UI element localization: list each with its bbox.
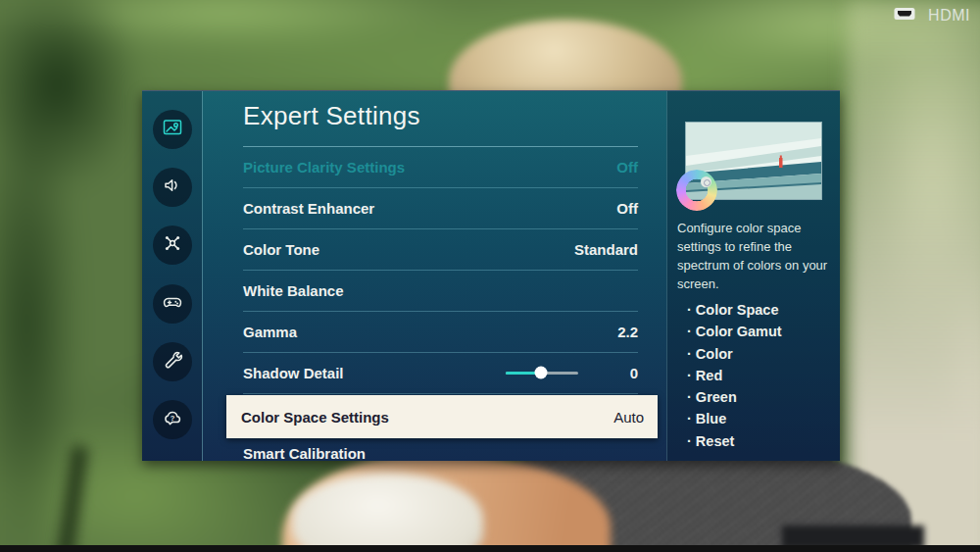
info-description: Configure color space settings to refine… <box>677 219 839 293</box>
color-wheel-icon <box>676 170 717 211</box>
bullet-green: Green <box>687 386 782 408</box>
source-indicator: HDMI <box>894 7 970 25</box>
row-value: 2.2 <box>617 324 638 340</box>
row-gamma[interactable]: Gamma 2.2 <box>243 312 638 353</box>
row-label: Gamma <box>243 324 297 340</box>
row-shadow-detail[interactable]: Shadow Detail 0 <box>243 353 638 394</box>
settings-list: Expert Settings Picture Clarity Settings… <box>203 91 666 461</box>
row-value: Off <box>616 159 638 176</box>
sidebar-item-support[interactable]: ? <box>153 400 192 439</box>
person-hand <box>282 453 611 552</box>
plant <box>57 445 88 552</box>
sidebar-item-general[interactable] <box>153 342 192 381</box>
info-panel: Configure color space settings to refine… <box>666 91 840 461</box>
network-icon <box>161 231 184 259</box>
row-picture-clarity-settings[interactable]: Picture Clarity Settings Off <box>243 147 638 188</box>
background-object <box>782 526 924 549</box>
sidebar-item-game[interactable] <box>153 284 192 324</box>
tv-screen: HDMI <box>0 0 980 552</box>
help-cloud-icon: ? <box>161 406 184 433</box>
sidebar-item-sound[interactable] <box>153 168 192 207</box>
row-label: White Balance <box>243 282 344 299</box>
settings-rows: Picture Clarity Settings Off Contrast En… <box>243 146 638 394</box>
row-value: Auto <box>613 409 644 426</box>
bullet-color-space: Color Space <box>687 299 782 321</box>
expert-settings-panel: ? Expert Settings Picture Clarity Settin… <box>142 90 840 461</box>
sidebar-item-picture[interactable] <box>153 110 192 149</box>
row-color-tone[interactable]: Color Tone Standard <box>243 229 638 271</box>
settings-sidebar: ? <box>142 91 203 461</box>
svg-text:?: ? <box>171 414 175 423</box>
row-label: Shadow Detail <box>243 365 344 381</box>
hdmi-icon <box>894 7 915 25</box>
sidebar-item-broadcasting[interactable] <box>153 226 192 265</box>
bullet-color: Color <box>687 343 782 365</box>
picture-icon <box>161 116 184 143</box>
bullet-red: Red <box>687 365 782 386</box>
row-value: 0 <box>630 365 638 381</box>
row-label: Picture Clarity Settings <box>243 159 405 176</box>
row-label: Contrast Enhancer <box>243 200 374 217</box>
row-label: Color Tone <box>243 241 319 258</box>
shadow-detail-slider[interactable] <box>506 372 578 375</box>
row-contrast-enhancer[interactable]: Contrast Enhancer Off <box>243 188 638 229</box>
wrench-icon <box>161 348 184 376</box>
page-title: Expert Settings <box>243 101 420 131</box>
bullet-blue: Blue <box>687 408 782 429</box>
info-bullet-list: Color Space Color Gamut Color Red Green … <box>687 299 782 452</box>
row-white-balance[interactable]: White Balance <box>243 271 638 312</box>
bullet-color-gamut: Color Gamut <box>687 321 782 342</box>
screen-bottom-bezel <box>0 545 980 552</box>
bullet-reset: Reset <box>687 430 782 452</box>
row-color-space-settings-selected[interactable]: Color Space Settings Auto <box>226 395 658 438</box>
background-wall <box>848 0 980 552</box>
slider-knob[interactable] <box>535 367 548 379</box>
row-smart-calibration[interactable]: Smart Calibration <box>243 445 366 461</box>
row-value: Standard <box>574 241 638 258</box>
speaker-icon <box>161 174 184 201</box>
row-label: Color Space Settings <box>241 409 389 426</box>
gamepad-icon <box>161 290 184 318</box>
color-wheel-badge-icon <box>701 176 711 187</box>
row-value: Off <box>616 200 638 217</box>
tissue <box>292 473 483 552</box>
source-label: HDMI <box>928 7 970 25</box>
